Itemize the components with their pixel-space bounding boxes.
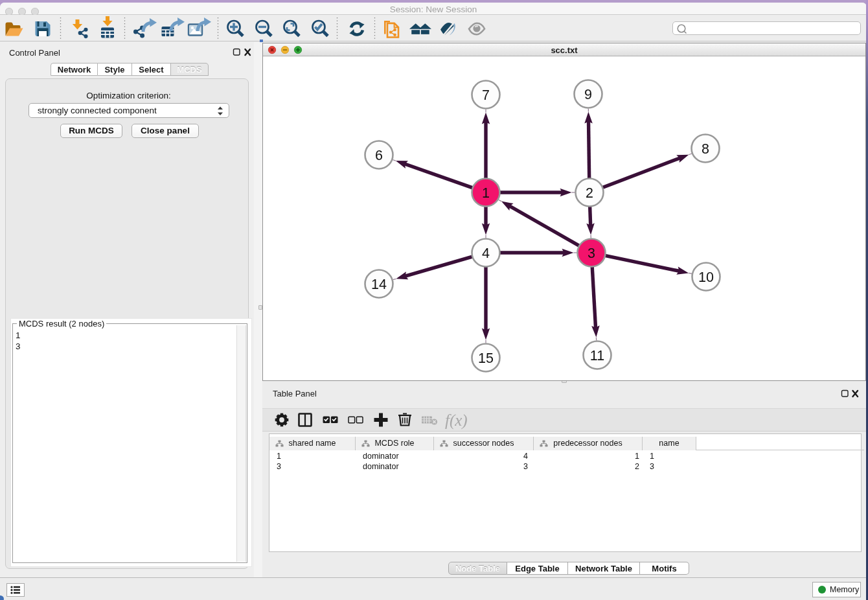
svg-text:1: 1: [482, 185, 490, 201]
svg-text:8: 8: [702, 141, 709, 157]
svg-text:9: 9: [584, 87, 592, 102]
svg-text:4: 4: [482, 246, 490, 261]
svg-text:2: 2: [586, 185, 593, 201]
svg-text:6: 6: [375, 148, 383, 163]
svg-text:f(x): f(x): [445, 411, 468, 430]
svg-text:14: 14: [371, 277, 387, 292]
svg-text:10: 10: [698, 270, 714, 285]
svg-text:15: 15: [478, 351, 494, 366]
svg-text:3: 3: [588, 246, 595, 261]
svg-text:7: 7: [482, 87, 490, 103]
svg-text:11: 11: [590, 348, 604, 363]
